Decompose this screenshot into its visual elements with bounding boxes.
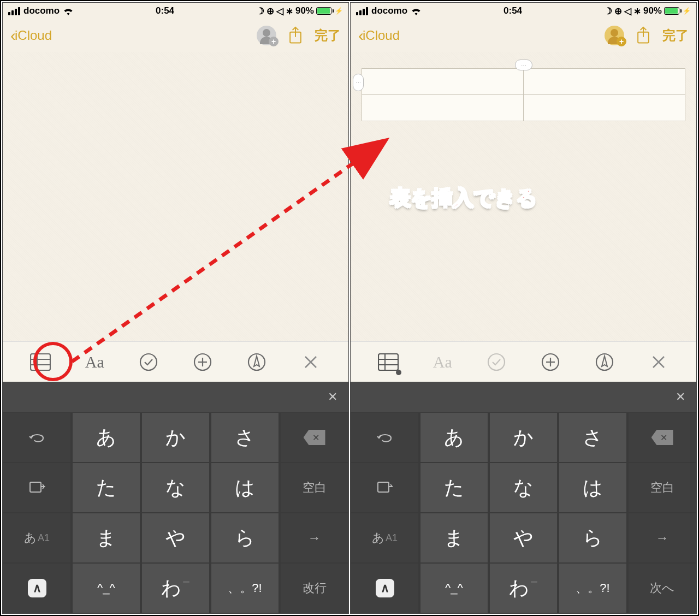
- kana-a-key[interactable]: あ: [420, 412, 488, 463]
- share-button[interactable]: [635, 26, 651, 45]
- inserted-table[interactable]: ⋯ ⋮: [362, 68, 685, 121]
- kana-ka-key[interactable]: か: [141, 412, 210, 463]
- phone-left: docomo 0:54 ☽ ⊕ ◁ ∗ 90% ⚡ ‹ iCloud +: [2, 2, 349, 614]
- signal-icon: [356, 7, 368, 15]
- undo-key[interactable]: [3, 412, 71, 463]
- undo-key[interactable]: [351, 412, 419, 463]
- backspace-key[interactable]: ✕: [280, 412, 348, 463]
- kana-sa-key[interactable]: さ: [559, 412, 627, 463]
- table-button[interactable]: [377, 351, 399, 373]
- arrow-key[interactable]: →: [628, 513, 696, 563]
- kana-na-key[interactable]: な: [141, 463, 210, 513]
- emoticon-key[interactable]: ^_^: [420, 563, 488, 613]
- next-keyboard-key[interactable]: [3, 463, 71, 513]
- return-key[interactable]: 次へ: [628, 563, 696, 613]
- back-button[interactable]: ‹ iCloud: [358, 26, 400, 45]
- kana-a-key[interactable]: あ: [72, 412, 140, 463]
- plus-badge-icon: +: [617, 37, 626, 46]
- svg-rect-13: [30, 482, 41, 492]
- svg-rect-2: [31, 354, 50, 370]
- punct-key[interactable]: 、。?!: [211, 563, 279, 613]
- location-icon: ◁: [276, 5, 283, 17]
- moon-icon: ☽: [256, 5, 264, 17]
- format-toolbar: Aa: [351, 341, 696, 382]
- backspace-key[interactable]: ✕: [628, 412, 696, 463]
- kana-ma-key[interactable]: ま: [72, 513, 140, 563]
- done-button[interactable]: 完了: [662, 27, 689, 44]
- wifi-icon: [63, 7, 74, 15]
- done-button[interactable]: 完了: [315, 27, 341, 44]
- kana-ra-key[interactable]: ら: [211, 513, 279, 563]
- table-button[interactable]: [29, 351, 51, 373]
- bluetooth-icon: ∗: [633, 5, 641, 17]
- phone-right: docomo 0:54 ☽ ⊕ ◁ ∗ 90% ⚡ ‹ iCloud +: [350, 2, 697, 614]
- table-cell[interactable]: [524, 69, 685, 95]
- table-row-handle[interactable]: ⋮: [353, 74, 364, 91]
- svg-point-20: [488, 354, 505, 370]
- kana-ka-key[interactable]: か: [489, 412, 558, 463]
- kana-sa-key[interactable]: さ: [211, 412, 279, 463]
- share-button[interactable]: [287, 26, 304, 45]
- draw-button[interactable]: [246, 351, 268, 373]
- text-style-button[interactable]: Aa: [84, 351, 105, 373]
- table-cell[interactable]: [362, 95, 524, 121]
- checklist-button[interactable]: [138, 351, 159, 373]
- draw-button[interactable]: [594, 351, 615, 373]
- dismiss-suggestions-button[interactable]: ✕: [328, 390, 337, 404]
- carrier-label: docomo: [23, 5, 60, 16]
- punct-key[interactable]: 、。?!: [559, 563, 627, 613]
- kana-ya-key[interactable]: や: [489, 513, 558, 563]
- back-label: iCloud: [15, 28, 52, 43]
- globe-key[interactable]: ∧: [351, 563, 419, 613]
- kana-ma-key[interactable]: ま: [420, 513, 488, 563]
- add-button[interactable]: [540, 351, 561, 373]
- kana-ta-key[interactable]: た: [72, 463, 140, 513]
- back-button[interactable]: ‹ iCloud: [10, 26, 52, 45]
- kana-ta-key[interactable]: た: [420, 463, 488, 513]
- bluetooth-icon: ∗: [286, 5, 293, 17]
- collaborate-button[interactable]: +: [605, 26, 624, 45]
- note-content[interactable]: ⋯ ⋮ 表を挿入できる: [351, 52, 696, 341]
- kana-ha-key[interactable]: は: [211, 463, 279, 513]
- status-bar: docomo 0:54 ☽ ⊕ ◁ ∗ 90% ⚡: [351, 3, 696, 19]
- dismiss-suggestions-button[interactable]: ✕: [676, 390, 685, 404]
- kana-ra-key[interactable]: ら: [559, 513, 627, 563]
- alarm-icon: ⊕: [614, 5, 622, 17]
- table-column-handle[interactable]: ⋯: [515, 60, 532, 70]
- kana-ya-key[interactable]: や: [141, 513, 210, 563]
- collaborate-button[interactable]: +: [257, 26, 276, 45]
- space-key[interactable]: 空白: [628, 463, 696, 513]
- note-content[interactable]: [3, 52, 348, 341]
- add-button[interactable]: [192, 351, 214, 373]
- table-active-dot-icon: [396, 370, 401, 375]
- checklist-button[interactable]: [485, 351, 507, 373]
- callout-label: 表を挿入できる: [390, 184, 537, 212]
- keyboard-top-bar: ✕: [3, 382, 348, 412]
- arrow-key[interactable]: →: [280, 513, 348, 563]
- close-keyboard-button[interactable]: [648, 351, 670, 373]
- return-key[interactable]: 改行: [280, 563, 348, 613]
- kana-wa-key[interactable]: わー: [489, 563, 558, 613]
- mode-key[interactable]: あA1: [351, 513, 419, 563]
- keyboard-top-bar: ✕: [351, 382, 696, 412]
- svg-point-6: [140, 354, 157, 370]
- table-cell[interactable]: [362, 69, 524, 95]
- signal-icon: [8, 7, 20, 15]
- battery-icon: ⚡: [664, 7, 691, 15]
- mode-key[interactable]: あA1: [3, 513, 71, 563]
- next-keyboard-key[interactable]: [351, 463, 419, 513]
- kana-na-key[interactable]: な: [489, 463, 558, 513]
- emoticon-key[interactable]: ^_^: [72, 563, 140, 613]
- text-style-button[interactable]: Aa: [431, 351, 453, 373]
- kana-ha-key[interactable]: は: [559, 463, 627, 513]
- kana-wa-key[interactable]: わー: [141, 563, 210, 613]
- table-cell[interactable]: [524, 95, 685, 121]
- svg-rect-16: [378, 354, 398, 370]
- wifi-icon: [411, 7, 422, 15]
- location-icon: ◁: [624, 5, 631, 17]
- globe-key[interactable]: ∧: [3, 563, 71, 613]
- alarm-icon: ⊕: [266, 5, 274, 17]
- clock: 0:54: [503, 5, 522, 16]
- space-key[interactable]: 空白: [280, 463, 348, 513]
- close-keyboard-button[interactable]: [300, 351, 322, 373]
